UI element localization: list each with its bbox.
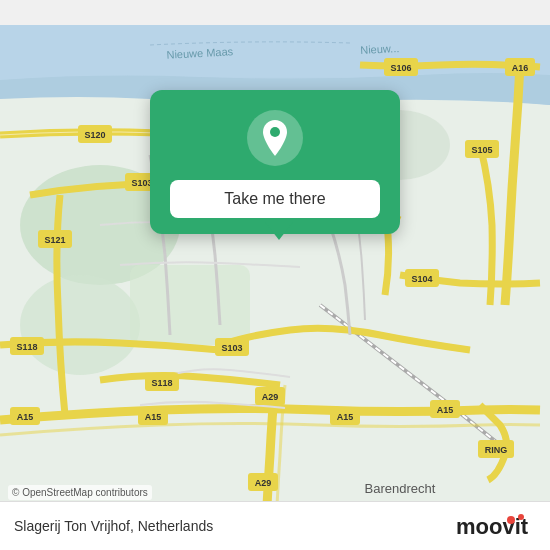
map-svg: S120 S103 S103 S121 S118 S118 S126 S106 … — [0, 0, 550, 550]
bottom-bar: Slagerij Ton Vrijhof, Netherlands moovit — [0, 501, 550, 550]
svg-text:RING: RING — [485, 445, 508, 455]
svg-text:S118: S118 — [16, 342, 37, 352]
svg-rect-3 — [130, 265, 250, 345]
svg-text:A29: A29 — [262, 392, 279, 402]
svg-text:S118: S118 — [151, 378, 172, 388]
osm-credit: © OpenStreetMap contributors — [8, 485, 152, 500]
svg-point-47 — [518, 514, 524, 520]
map-container: S120 S103 S103 S121 S118 S118 S126 S106 … — [0, 0, 550, 550]
svg-text:Barendrecht: Barendrecht — [365, 481, 436, 496]
svg-text:S105: S105 — [471, 145, 492, 155]
svg-text:A15: A15 — [17, 412, 34, 422]
map-pin-tail — [265, 222, 293, 240]
popup-card: Take me there — [150, 90, 400, 234]
svg-text:A29: A29 — [255, 478, 272, 488]
svg-point-46 — [507, 516, 515, 524]
svg-text:A15: A15 — [145, 412, 162, 422]
svg-text:A15: A15 — [437, 405, 454, 415]
moovit-logo: moovit — [456, 512, 536, 540]
location-pin-icon — [260, 120, 290, 156]
svg-point-2 — [20, 275, 140, 375]
svg-text:S121: S121 — [44, 235, 65, 245]
svg-text:moovit: moovit — [456, 514, 529, 539]
svg-text:S106: S106 — [390, 63, 411, 73]
popup-icon-wrapper — [247, 110, 303, 166]
svg-point-44 — [270, 127, 280, 137]
take-me-there-button[interactable]: Take me there — [170, 180, 380, 218]
svg-text:S104: S104 — [411, 274, 432, 284]
svg-text:S103: S103 — [221, 343, 242, 353]
svg-text:A15: A15 — [337, 412, 354, 422]
svg-text:Nieuw...: Nieuw... — [360, 42, 400, 56]
svg-text:A16: A16 — [512, 63, 529, 73]
moovit-logo-svg: moovit — [456, 512, 536, 540]
svg-text:S120: S120 — [84, 130, 105, 140]
location-name: Slagerij Ton Vrijhof, Netherlands — [14, 518, 213, 534]
